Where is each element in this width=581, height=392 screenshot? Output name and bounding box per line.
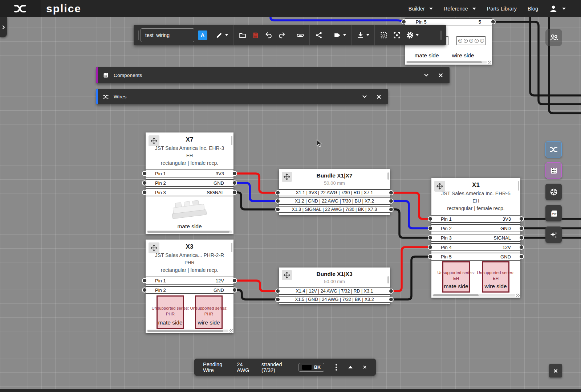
sidebar-expander[interactable] <box>0 17 7 37</box>
wire-connector-dot[interactable] <box>389 207 394 212</box>
resize-handle[interactable] <box>516 294 520 297</box>
tool-splice-wires-button[interactable] <box>545 141 562 158</box>
vertical-scrollbar[interactable] <box>231 243 232 252</box>
pin-connector-dot[interactable] <box>519 235 524 240</box>
pin-connector-dot[interactable] <box>232 171 237 176</box>
wire-connector-dot[interactable] <box>275 297 280 302</box>
pin-row[interactable]: Pin 1 12V <box>146 277 233 285</box>
horizontal-scrollbar[interactable] <box>147 330 228 332</box>
horizontal-scrollbar[interactable] <box>406 61 487 64</box>
pin-connector-dot[interactable] <box>428 235 433 240</box>
redo-button[interactable] <box>275 29 288 41</box>
pin-connector-dot[interactable] <box>232 287 237 293</box>
pin-row[interactable]: Pin 3 SIGNAL <box>146 188 233 196</box>
components-panel-header[interactable]: Components <box>96 67 450 83</box>
wire-connector-dot[interactable] <box>275 199 280 204</box>
wire-connector-dot[interactable] <box>389 190 394 195</box>
move-handle[interactable] <box>282 172 292 182</box>
toolbar-drag-handle[interactable] <box>440 30 442 40</box>
undo-button[interactable] <box>262 29 275 41</box>
app-logo[interactable] <box>0 0 41 17</box>
autosave-badge[interactable]: A <box>198 30 207 40</box>
wire-bundle-x1p1[interactable] <box>391 193 431 219</box>
wire-connector-dot[interactable] <box>389 297 394 302</box>
close-icon[interactable] <box>438 72 444 78</box>
pin-row[interactable]: Pin 1 3V3 <box>146 170 233 177</box>
pin-connector-dot[interactable] <box>428 226 433 231</box>
tool-export-pdf-button[interactable]: PDF <box>545 205 562 221</box>
bundle-wire-row[interactable]: X1.5 | GND | 24 AWG | 7/32 | BK | X3.2 <box>279 296 390 303</box>
nav-blog[interactable]: Blog <box>528 6 538 12</box>
pin-row[interactable]: Pin 3 SIGNAL <box>431 234 520 242</box>
pin-row[interactable]: Pin 4 12V <box>431 243 520 251</box>
pin-connector-dot[interactable] <box>519 245 524 250</box>
collapse-button[interactable] <box>348 366 353 368</box>
pin-connector-dot[interactable] <box>232 180 237 185</box>
canvas[interactable]: Pin 5 5 5 4 3 2 1 mate side wire side X7… <box>0 0 581 392</box>
pin-row[interactable]: Pin 1 3V3 <box>431 215 520 223</box>
resize-handle[interactable] <box>488 61 491 64</box>
close-icon[interactable] <box>376 94 382 100</box>
bundle-wire-row[interactable]: X1.3 | SIGNAL | 22 AWG | 7/30 | BK | X7.… <box>279 206 390 213</box>
pin-connector-dot[interactable] <box>428 216 433 221</box>
vertical-scrollbar[interactable] <box>387 172 389 180</box>
wire-gauge[interactable]: 24 AWG <box>237 362 252 373</box>
pin-connector-dot[interactable] <box>401 19 406 24</box>
pin-row[interactable]: Pin 2 GND <box>146 179 233 187</box>
wire-connector-dot[interactable] <box>389 199 394 204</box>
bundle-wire-row[interactable]: X1.1 | 3V3 | 22 AWG | 7/30 | RD | X7.1 <box>279 189 390 196</box>
wire-black-top-a[interactable] <box>492 22 581 104</box>
pin-connector-dot[interactable] <box>232 190 237 195</box>
vertical-scrollbar[interactable] <box>231 136 232 145</box>
wire-bundle-x1p3[interactable] <box>391 209 431 238</box>
pin-connector-dot[interactable] <box>142 287 147 293</box>
bundle-wire-row[interactable]: X1.2 | GND | 22 AWG | 7/30 | BU | X7.2 <box>279 197 390 205</box>
share-button[interactable] <box>312 29 325 41</box>
pin-row[interactable]: Pin 5 5 <box>405 18 492 25</box>
project-name-input[interactable] <box>141 28 194 42</box>
pin-row[interactable]: Pin 2 GND <box>431 224 520 232</box>
collaborators-button[interactable] <box>545 29 562 46</box>
draw-tool-button[interactable] <box>213 29 231 41</box>
chevron-down-icon[interactable] <box>423 72 430 78</box>
pin-connector-dot[interactable] <box>232 278 237 283</box>
label-tool-button[interactable] <box>331 29 349 41</box>
wire-color-picker[interactable]: BK <box>298 363 324 372</box>
move-handle[interactable] <box>282 270 292 280</box>
pin-connector-dot[interactable] <box>142 180 147 185</box>
wire-bundle-x1p5[interactable] <box>391 257 431 299</box>
move-handle[interactable] <box>434 181 445 192</box>
horizontal-scrollbar[interactable] <box>432 294 515 297</box>
tool-bundle-button[interactable] <box>545 184 562 200</box>
pin-connector-dot[interactable] <box>142 190 147 195</box>
chevron-down-icon[interactable] <box>361 93 368 100</box>
pin-connector-dot[interactable] <box>519 254 524 259</box>
account-menu[interactable] <box>549 4 566 13</box>
resize-handle[interactable] <box>229 329 233 332</box>
pin-connector-dot[interactable] <box>428 245 433 250</box>
wire-connector-dot[interactable] <box>275 207 280 212</box>
tool-ai-assist-button[interactable] <box>545 226 562 243</box>
move-handle[interactable] <box>149 135 159 146</box>
pin-connector-dot[interactable] <box>142 278 147 283</box>
open-project-button[interactable] <box>236 29 249 41</box>
wire-x3p1-bundle[interactable] <box>235 281 278 291</box>
pin-row[interactable]: Pin 5 GND <box>431 253 520 261</box>
wires-panel-header[interactable]: Wires <box>96 89 388 104</box>
download-button[interactable] <box>354 29 372 41</box>
toolbar-drag-handle[interactable] <box>138 30 139 40</box>
nav-reference[interactable]: Reference <box>444 6 476 12</box>
wire-connector-dot[interactable] <box>389 289 394 294</box>
close-icon[interactable] <box>362 364 367 370</box>
horizontal-scrollbar[interactable] <box>147 230 232 233</box>
pin-connector-dot[interactable] <box>519 226 524 231</box>
pin-connector-dot[interactable] <box>491 19 496 24</box>
wire-connector-dot[interactable] <box>275 190 280 195</box>
wire-bundle-x1p2[interactable] <box>391 201 431 228</box>
move-handle[interactable] <box>149 242 159 253</box>
wire-connector-dot[interactable] <box>275 289 280 294</box>
save-button[interactable] <box>249 29 262 41</box>
pin-connector-dot[interactable] <box>519 216 524 221</box>
dismiss-button[interactable] <box>549 364 562 377</box>
vertical-scrollbar[interactable] <box>387 276 389 283</box>
